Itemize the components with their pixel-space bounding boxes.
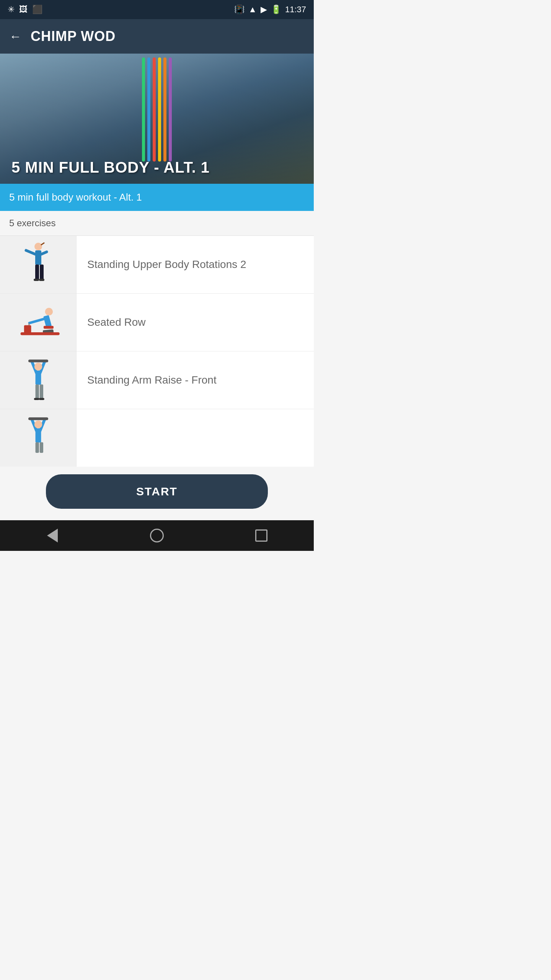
svg-rect-30 [35,428,41,443]
svg-rect-6 [40,265,44,280]
bottom-nav [0,520,314,551]
svg-rect-22 [35,384,39,399]
svg-point-9 [45,308,52,315]
exercise-thumb-1 [0,236,77,293]
clock: 11:37 [285,5,306,15]
list-item[interactable] [0,409,314,467]
status-bar: ✳ 🖼 ⬛ 📳 ▲ ▶ 🔋 11:37 [0,0,314,19]
exercise-figure-1 [13,240,63,289]
hero-image: 5 MIN FULL BODY - ALT. 1 [0,54,314,184]
svg-rect-16 [24,325,31,333]
svg-rect-10 [43,315,52,328]
svg-rect-24 [34,398,39,400]
svg-rect-19 [28,359,48,362]
exercise-thumb-2 [0,294,77,351]
exercise-thumb-4 [0,409,77,467]
exercise-figure-4 [13,413,63,463]
start-button[interactable]: START [46,474,268,509]
workout-subtitle: 5 min full body workout - Alt. 1 [9,191,142,203]
app-bar: ← CHIMP WOD [0,19,314,54]
wifi-icon: ▲ [248,5,257,15]
exercise-name-1: Standing Upper Body Rotations 2 [77,258,314,271]
svg-rect-31 [35,442,39,453]
svg-point-0 [34,243,42,250]
app-title: CHIMP WOD [31,28,116,44]
svg-line-1 [41,243,44,245]
svg-line-4 [41,252,47,254]
band-red [153,57,156,162]
svg-rect-28 [28,417,48,420]
status-icons-right: 📳 ▲ ▶ 🔋 11:37 [234,5,306,15]
status-icons-left: ✳ 🖼 ⬛ [8,5,42,15]
band-orange [163,57,166,162]
svg-line-11 [29,319,44,323]
svg-rect-7 [34,279,39,281]
svg-point-29 [34,421,42,428]
battery-icon: 🔋 [271,5,281,15]
svg-rect-21 [35,371,41,385]
band-blue [147,57,150,162]
band-green [142,57,145,162]
svg-point-20 [34,363,42,371]
svg-rect-2 [35,250,41,265]
exercise-count: 5 exercises [0,211,314,236]
photo-icon: 🖼 [19,5,28,15]
start-button-container: START [0,467,314,520]
list-item[interactable]: Standing Arm Raise - Front [0,351,314,409]
band-purple [169,57,172,162]
exercise-thumb-3 [0,351,77,409]
svg-line-3 [26,250,35,254]
svg-rect-23 [39,384,43,399]
subtitle-bar: 5 min full body workout - Alt. 1 [0,184,314,211]
back-button[interactable]: ← [9,29,21,44]
svg-rect-32 [39,442,43,453]
svg-rect-25 [39,398,44,400]
hero-title: 5 MIN FULL BODY - ALT. 1 [11,159,210,176]
exercise-figure-2 [13,297,63,347]
svg-rect-15 [43,326,53,328]
svg-rect-8 [39,279,44,281]
exercise-figure-3 [13,355,63,405]
exercise-name-2: Seated Row [77,316,314,328]
svg-rect-5 [35,265,39,280]
exercise-list: Standing Upper Body Rotations 2 [0,236,314,467]
nav-recents-button[interactable] [250,524,273,547]
count-label: 5 exercises [9,218,55,228]
nav-home-button[interactable] [145,524,168,547]
nav-back-button[interactable] [41,524,64,547]
vibrate-icon: 📳 [234,5,245,15]
slack-icon: ✳ [8,5,15,15]
list-item[interactable]: Seated Row [0,294,314,351]
signal-icon: ▶ [261,5,267,15]
exercise-name-3: Standing Arm Raise - Front [77,374,314,386]
square-icon: ⬛ [32,5,42,15]
band-yellow [158,57,161,162]
list-item[interactable]: Standing Upper Body Rotations 2 [0,236,314,294]
